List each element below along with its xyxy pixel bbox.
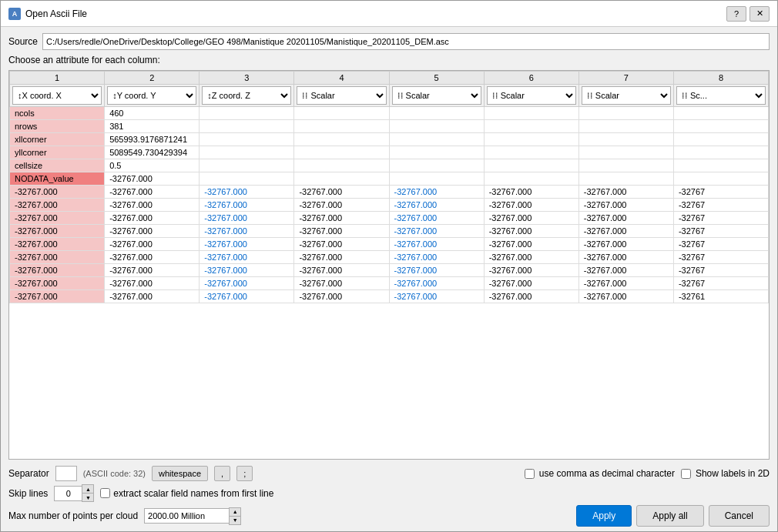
- skip-lines-row: Skip lines ▲ ▼ extract scalar field name…: [8, 484, 770, 502]
- data-row-8: -32767.000 -32767.000 -32767.000 -32767.…: [10, 277, 769, 290]
- attr-cell-1: ↕X coord. X: [10, 85, 105, 107]
- help-button[interactable]: ?: [726, 6, 746, 22]
- cancel-button[interactable]: Cancel: [709, 505, 770, 527]
- show-labels-label: Show labels in 2D: [696, 468, 770, 479]
- attr-cell-6: ⁞⁞ Scalar: [484, 85, 578, 107]
- attribute-selector-row: ↕X coord. X ↕Y coord. Y ↕Z coord. Z: [10, 85, 769, 107]
- comma-button[interactable]: ,: [214, 466, 230, 481]
- meta-row-ncols: ncols 460: [10, 107, 769, 120]
- col-num-3: 3: [200, 72, 294, 85]
- column-number-row: 1 2 3 4 5 6 7 8: [10, 72, 769, 85]
- attr-select-3[interactable]: ↕Z coord. Z: [202, 86, 291, 105]
- separator-label: Separator: [8, 468, 49, 479]
- attr-select-2[interactable]: ↕Y coord. Y: [107, 86, 196, 105]
- attr-cell-7: ⁞⁞ Scalar: [578, 85, 673, 107]
- meta-key-nodata: NODATA_value: [10, 172, 105, 186]
- source-input[interactable]: [42, 33, 770, 50]
- skip-lines-label: Skip lines: [8, 488, 48, 499]
- meta-row-xllcorner: xllcorner 565993.9176871241: [10, 133, 769, 146]
- data-row-6: -32767.000 -32767.000 -32767.000 -32767.…: [10, 251, 769, 264]
- meta-val-ncols: 460: [105, 107, 200, 120]
- use-comma-checkbox[interactable]: [525, 469, 535, 479]
- meta-key-xllcorner: xllcorner: [10, 133, 105, 146]
- attr-select-7[interactable]: ⁞⁞ Scalar: [582, 86, 671, 105]
- col-num-2: 2: [105, 72, 200, 85]
- max-points-label: Max number of points per cloud: [8, 510, 138, 521]
- use-comma-label: use comma as decimal character: [539, 468, 675, 479]
- meta-key-nrows: nrows: [10, 120, 105, 133]
- attr-cell-5: ⁞⁞ Scalar: [389, 85, 484, 107]
- attr-select-8[interactable]: ⁞⁞ Sc...: [676, 86, 766, 105]
- col-num-4: 4: [294, 72, 389, 85]
- open-ascii-dialog: A Open Ascii File ? ✕ Source Choose an a…: [0, 0, 778, 532]
- meta-key-yllcorner: yllcorner: [10, 146, 105, 159]
- data-row-2: -32767.000 -32767.000 -32767.000 -32767.…: [10, 199, 769, 212]
- dialog-icon: A: [8, 8, 21, 20]
- col-num-7: 7: [578, 72, 673, 85]
- skip-lines-down[interactable]: ▼: [82, 494, 93, 501]
- source-label: Source: [8, 36, 38, 47]
- title-controls: ? ✕: [726, 6, 770, 22]
- col-num-6: 6: [484, 72, 578, 85]
- attr-cell-8: ⁞⁞ Sc...: [673, 85, 768, 107]
- data-row-3: -32767.000 -32767.000 -32767.000 -32767.…: [10, 212, 769, 225]
- attr-select-4[interactable]: ⁞⁞ Scalar: [297, 86, 386, 105]
- choose-attr-label: Choose an attribute for each column:: [8, 55, 770, 65]
- close-button[interactable]: ✕: [749, 6, 770, 22]
- skip-lines-input[interactable]: [54, 486, 82, 501]
- extract-label: extract scalar field names from first li…: [113, 488, 273, 499]
- data-row-7: -32767.000 -32767.000 -32767.000 -32767.…: [10, 264, 769, 277]
- title-bar: A Open Ascii File ? ✕: [1, 1, 777, 27]
- whitespace-button[interactable]: whitespace: [152, 466, 208, 481]
- meta-key-ncols: ncols: [10, 107, 105, 120]
- extract-check-label: extract scalar field names from first li…: [100, 488, 273, 499]
- skip-lines-up[interactable]: ▲: [82, 485, 93, 493]
- data-row-4: -32767.000 -32767.000 -32767.000 -32767.…: [10, 225, 769, 238]
- meta-val-cellsize: 0.5: [105, 159, 200, 172]
- data-row-5: -32767.000 -32767.000 -32767.000 -32767.…: [10, 238, 769, 251]
- apply-all-button[interactable]: Apply all: [636, 505, 703, 527]
- col-num-8: 8: [673, 72, 768, 85]
- show-labels-checkbox-row: Show labels in 2D: [681, 468, 770, 479]
- source-row: Source: [8, 33, 770, 50]
- max-points-down[interactable]: ▼: [230, 517, 240, 524]
- dialog-title: Open Ascii File: [25, 8, 722, 19]
- attr-select-1[interactable]: ↕X coord. X: [12, 86, 102, 105]
- max-points-spinner: ▲ ▼: [144, 507, 241, 525]
- meta-row-cellsize: cellsize 0.5: [10, 159, 769, 172]
- meta-val-yllcorner: 5089549.730429394: [105, 146, 200, 159]
- apply-button[interactable]: Apply: [576, 505, 632, 527]
- max-points-input[interactable]: [144, 508, 229, 524]
- ascii-code-label: (ASCII code: 32): [83, 469, 146, 478]
- meta-row-nodata: NODATA_value -32767.000: [10, 172, 769, 186]
- attr-cell-3: ↕Z coord. Z: [200, 85, 294, 107]
- meta-key-cellsize: cellsize: [10, 159, 105, 172]
- attr-cell-2: ↕Y coord. Y: [105, 85, 200, 107]
- attr-select-6[interactable]: ⁞⁞ Scalar: [487, 86, 576, 105]
- meta-val-nrows: 381: [105, 120, 200, 133]
- meta-val-xllcorner: 565993.9176871241: [105, 133, 200, 146]
- meta-val-nodata: -32767.000: [105, 172, 200, 186]
- data-table: 1 2 3 4 5 6 7 8 ↕X coord. X: [9, 71, 769, 303]
- attr-cell-4: ⁞⁞ Scalar: [294, 85, 389, 107]
- dialog-body: Source Choose an attribute for each colu…: [1, 27, 777, 531]
- separator-row: Separator (ASCII code: 32) whitespace , …: [8, 466, 770, 481]
- data-row-1: -32767.000 -32767.000 -32767.000 -32767.…: [10, 186, 769, 199]
- col-num-5: 5: [389, 72, 484, 85]
- data-row-9: -32767.000 -32767.000 -32767.000 -32767.…: [10, 290, 769, 303]
- meta-row-yllcorner: yllcorner 5089549.730429394: [10, 146, 769, 159]
- col-num-1: 1: [10, 72, 105, 85]
- semicolon-button[interactable]: ;: [236, 466, 253, 481]
- bottom-area: Separator (ASCII code: 32) whitespace , …: [8, 463, 770, 527]
- meta-row-nrows: nrows 381: [10, 120, 769, 133]
- use-comma-checkbox-row: use comma as decimal character: [525, 468, 675, 479]
- separator-input[interactable]: [55, 466, 77, 481]
- max-points-up[interactable]: ▲: [230, 508, 240, 516]
- data-table-container[interactable]: 1 2 3 4 5 6 7 8 ↕X coord. X: [8, 70, 770, 460]
- show-labels-checkbox[interactable]: [681, 469, 691, 479]
- skip-lines-spinner: ▲ ▼: [54, 484, 94, 502]
- extract-checkbox[interactable]: [100, 488, 110, 498]
- attr-select-5[interactable]: ⁞⁞ Scalar: [392, 86, 481, 105]
- max-points-row: Max number of points per cloud ▲ ▼ Apply…: [8, 505, 770, 527]
- action-buttons: Apply Apply all Cancel: [576, 505, 770, 527]
